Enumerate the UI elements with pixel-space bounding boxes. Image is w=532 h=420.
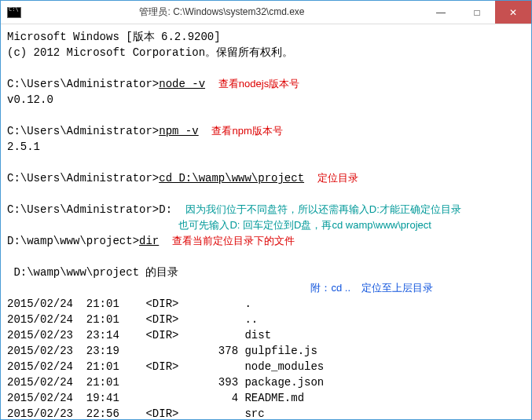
cmd-npm-v: npm -v	[159, 125, 198, 137]
header-line-1: Microsoft Windows [版本 6.2.9200]	[7, 31, 221, 43]
dir-row: 2015/02/24 21:01 393 package.json	[7, 376, 324, 389]
maximize-button[interactable]: □	[459, 1, 495, 24]
cmd-node-v: node -v	[159, 78, 205, 90]
terminal-output[interactable]: Microsoft Windows [版本 6.2.9200] (c) 2012…	[1, 24, 531, 419]
window-controls: — □ ✕	[423, 1, 531, 24]
anno-drive-1: 因为我们位于不同盘符，所以还需再输入D:才能正确定位目录	[185, 203, 461, 215]
dir-row: 2015/02/24 21:01 <DIR> node_modules	[7, 360, 324, 373]
out-npm: 2.5.1	[7, 141, 40, 153]
anno-node: 查看nodejs版本号	[218, 78, 299, 89]
prompt: C:\Users\Administrator>	[7, 125, 159, 137]
prompt: D:\wamp\www\project>	[7, 235, 139, 247]
minimize-button[interactable]: —	[423, 1, 459, 24]
window-title: 管理员: C:\Windows\system32\cmd.exe	[21, 5, 423, 19]
anno-drive-2: 也可先输入D: 回车定位到D盘，再cd wamp\www\project	[178, 219, 431, 231]
cmd-drive: D:	[159, 203, 172, 216]
dir-row: 2015/02/23 23:19 378 gulpfile.js	[7, 345, 317, 357]
header-line-2: (c) 2012 Microsoft Corporation。保留所有权利。	[7, 46, 293, 59]
prompt: C:\Users\Administrator>	[7, 203, 159, 216]
anno-cd: 定位目录	[317, 172, 358, 184]
cmd-icon	[7, 7, 21, 18]
anno-npm: 查看npm版本号	[211, 125, 282, 137]
dir-row: 2015/02/24 19:41 4 README.md	[7, 392, 304, 404]
anno-dir: 查看当前定位目录下的文件	[172, 235, 295, 247]
anno-cd-up: 附：cd .. 定位至上层目录	[310, 282, 433, 294]
dir-row: 2015/02/24 21:01 <DIR> .	[7, 298, 251, 310]
dir-row: 2015/02/23 23:14 <DIR> dist	[7, 329, 271, 341]
cmd-dir: dir	[139, 235, 159, 247]
cmd-cd: cd D:\wamp\www\project	[159, 172, 304, 184]
out-node: v0.12.0	[7, 93, 53, 106]
dir-row: 2015/02/24 21:01 <DIR> ..	[7, 313, 258, 326]
dir-header: D:\wamp\www\project 的目录	[7, 266, 178, 279]
prompt: C:\Users\Administrator>	[7, 172, 159, 184]
titlebar: 管理员: C:\Windows\system32\cmd.exe — □ ✕	[1, 1, 531, 24]
prompt: C:\Users\Administrator>	[7, 78, 159, 90]
close-button[interactable]: ✕	[495, 1, 531, 24]
dir-row: 2015/02/23 22:56 <DIR> src	[7, 407, 265, 419]
